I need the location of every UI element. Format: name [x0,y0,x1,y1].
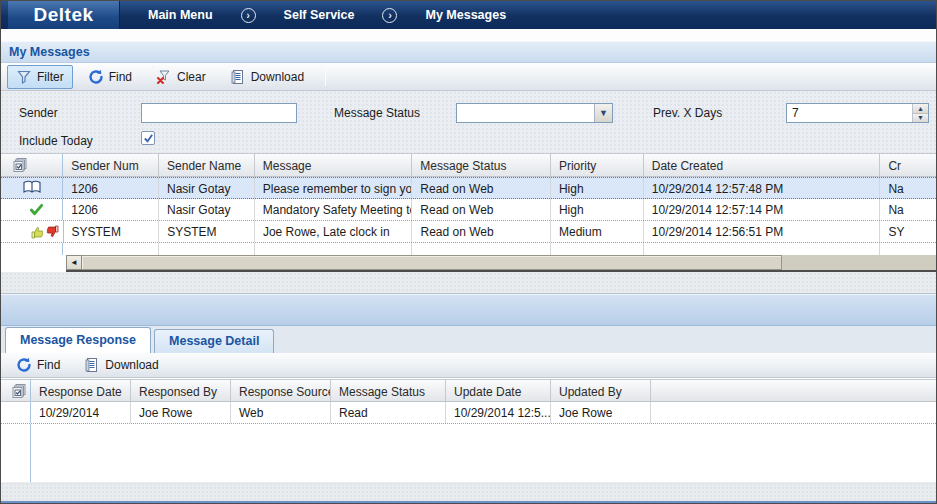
empty-grid-strip [1,243,937,255]
scrollbar-thumb[interactable] [82,255,782,270]
scroll-left-arrow-icon[interactable]: ◄ [66,255,82,270]
toolbar-separator [325,68,326,86]
column-header-created-by[interactable]: Cr [880,154,937,176]
cell-updated-by: Joe Rowe [551,402,651,423]
green-check-icon [29,202,45,218]
column-header-sender-num[interactable]: Sender Num [63,154,159,176]
response-download-label: Download [105,358,158,372]
nav-my-messages[interactable]: My Messages [411,8,520,22]
column-header-message[interactable]: Message [255,154,413,176]
spacer [1,424,936,482]
stepper-up-icon[interactable]: ▲ [913,104,928,114]
deltek-logo-text: Deltek [33,4,93,26]
prev-x-days-value: 7 [787,104,912,122]
chevron-down-icon[interactable]: ▼ [594,104,612,122]
cell-message-status: Read on Web [412,221,551,242]
cell-created-by: SY [880,221,937,242]
spacer [1,29,936,41]
sender-label: Sender [19,106,58,120]
download-button[interactable]: Download [221,65,313,89]
message-row[interactable]: 1206 Nasir Gotay Mandatory Safety Meetin… [1,199,937,221]
filter-panel: Sender Message Status ▼ Prev. X Days 7 ▲… [1,91,936,153]
deltek-logo: Deltek [8,1,120,29]
clear-button-label: Clear [177,70,206,84]
response-row[interactable]: 10/29/2014 Joe Rowe Web Read 10/29/2014 … [1,402,937,424]
response-find-button[interactable]: Find [7,353,69,377]
prev-x-days-stepper[interactable]: 7 ▲ ▼ [786,103,929,123]
main-toolbar: Filter Find Clear Download [1,63,936,91]
detail-tabbar: Message Response Message Detail [1,326,936,353]
column-header-responsed-by[interactable]: Responsed By [131,380,231,401]
sender-input[interactable] [141,103,297,123]
cell-sender-name: SYSTEM [159,221,255,242]
column-header-response-source[interactable]: Response Source [231,380,331,401]
response-find-label: Find [37,358,60,372]
find-button[interactable]: Find [79,65,141,89]
cell-priority: High [551,199,644,220]
column-header-sender-name[interactable]: Sender Name [159,154,255,176]
response-download-button[interactable]: Download [75,353,167,377]
stepper-down-icon[interactable]: ▼ [913,114,928,123]
clear-button[interactable]: Clear [147,65,215,89]
message-status-label: Message Status [334,106,420,120]
column-header-message-status[interactable]: Message Status [331,380,446,401]
blue-circular-arrow-icon [16,357,32,373]
filter-button[interactable]: Filter [7,65,73,89]
cell-priority: High [551,178,644,198]
include-today-checkbox[interactable] [141,131,155,145]
select-all-header[interactable] [1,154,63,176]
message-status-value [457,104,594,122]
cell-responsed-by: Joe Rowe [131,402,231,423]
cell-created-by: Na [880,199,937,220]
column-header-filler [651,380,937,401]
column-header-date-created[interactable]: Date Created [644,154,881,176]
splitter-band[interactable] [1,294,936,326]
nav-self-service[interactable]: Self Service [270,8,369,22]
cell-message: Mandatory Safety Meeting to... [255,199,413,220]
column-header-message-status[interactable]: Message Status [412,154,551,176]
nav-breadcrumb-arrow-icon: › [382,8,397,23]
cell-message-status: Read on Web [412,178,551,198]
thumb-up-icon [31,225,45,239]
cell-message: Joe Rowe, Late clock in [255,221,413,242]
blue-circular-arrow-icon [88,69,104,85]
cell-filler [651,402,937,423]
nav-breadcrumb-arrow-icon: › [241,8,256,23]
cell-date-created: 10/29/2014 12:57:14 PM [644,199,881,220]
message-status-dropdown[interactable]: ▼ [456,103,613,123]
messages-grid-header: Sender Num Sender Name Message Message S… [1,153,937,177]
column-header-update-date[interactable]: Update Date [446,380,551,401]
cell-date-created: 10/29/2014 12:57:48 PM [644,178,881,198]
cell-priority: Medium [551,221,644,242]
spacer [1,272,936,294]
cell-sender-num: SYSTEM [64,221,160,242]
response-grid-header: Response Date Responsed By Response Sour… [1,379,937,402]
download-button-label: Download [251,70,304,84]
horizontal-scrollbar[interactable]: ◄ [66,255,937,272]
cell-response-date: 10/29/2014 [31,402,131,423]
document-icon [230,69,246,85]
nav-main-menu[interactable]: Main Menu [134,8,227,22]
cell-sender-num: 1206 [63,178,159,198]
cell-message-status: Read on Web [412,199,551,220]
checkmark-icon [143,133,154,144]
tab-message-response[interactable]: Message Response [5,327,151,353]
cell-update-date: 10/29/2014 12:5... [446,402,551,423]
column-header-response-date[interactable]: Response Date [31,380,131,401]
cell-created-by: Na [880,178,937,198]
message-row[interactable]: SYSTEM SYSTEM Joe Rowe, Late clock in Re… [1,221,937,243]
message-row[interactable]: 1206 Nasir Gotay Please remember to sign… [1,177,937,199]
app-window: Deltek Main Menu › Self Service › My Mes… [0,0,937,504]
document-icon [84,357,100,373]
column-header-updated-by[interactable]: Updated By [551,380,651,401]
open-book-icon [23,180,39,196]
page-header: My Messages [1,41,936,63]
stacked-sheets-checkbox-icon [13,157,29,173]
find-button-label: Find [109,70,132,84]
tab-message-detail[interactable]: Message Detail [154,329,274,353]
response-select-all-header[interactable] [1,380,31,401]
funnel-icon [16,69,32,85]
column-header-priority[interactable]: Priority [551,154,644,176]
prev-x-days-label: Prev. X Days [653,106,722,120]
cell-date-created: 10/29/2014 12:56:51 PM [644,221,881,242]
